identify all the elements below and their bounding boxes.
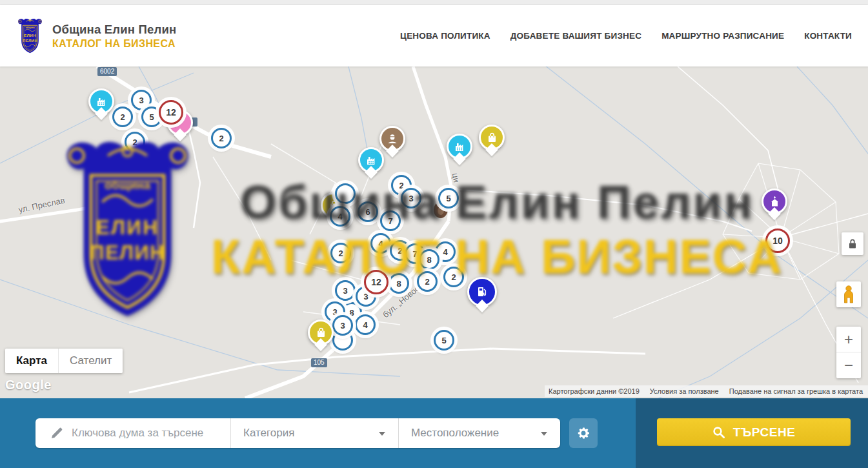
pegman-icon — [842, 285, 855, 303]
business-pin-factory[interactable] — [358, 147, 384, 173]
keyword-field-wrap — [35, 418, 230, 448]
nav-item[interactable]: ЦЕНОВА ПОЛИТИКА — [400, 31, 490, 41]
search-icon — [712, 426, 725, 438]
business-pin-church[interactable] — [762, 188, 787, 214]
map-canvas[interactable]: ул. Преславбул. „Новоселци6002105 325122… — [0, 66, 868, 398]
attribution-report-link[interactable]: Подаване на сигнал за грешка в картата — [729, 387, 863, 395]
cluster-marker[interactable]: 12 — [159, 100, 183, 125]
pencil-icon — [50, 427, 63, 440]
search-submit-button[interactable]: ТЪРСЕНЕ — [657, 418, 851, 446]
category-select[interactable]: Категория — [230, 418, 398, 448]
main-nav: ЦЕНОВА ПОЛИТИКАДОБАВЕТЕ ВАШИЯТ БИЗНЕСМАР… — [400, 31, 852, 41]
keyword-search-input[interactable] — [72, 427, 214, 440]
header: Община Елин Пелин КАТАЛОГ НА БИЗНЕСА ЦЕН… — [0, 5, 868, 66]
nav-item[interactable]: КОНТАКТИ — [804, 31, 852, 41]
cluster-marker[interactable]: 5 — [434, 330, 454, 351]
cluster-marker[interactable]: 2 — [443, 267, 464, 287]
zoom-out-button[interactable]: − — [836, 352, 861, 378]
chevron-down-icon — [379, 432, 385, 436]
zoom-in-button[interactable]: + — [836, 327, 861, 352]
business-pin-worker[interactable] — [379, 126, 405, 152]
attribution-terms-link[interactable]: Условия за ползване — [650, 387, 719, 395]
page: Община Елин Пелин КАТАЛОГ НА БИЗНЕСА ЦЕН… — [0, 0, 868, 468]
search-bar: Категория Местоположение ТЪРСЕНЕ — [0, 398, 868, 468]
map-attribution: Картографски данни ©2019 Условия за полз… — [545, 385, 868, 397]
cluster-marker[interactable]: 8 — [419, 249, 439, 270]
chevron-down-icon — [541, 432, 547, 436]
location-select-label: Местоположение — [411, 427, 499, 440]
cluster-marker[interactable]: 2 — [112, 107, 133, 127]
map-type-control: Карта Сателит — [5, 349, 123, 373]
cluster-marker[interactable]: 4 — [355, 314, 376, 335]
category-select-label: Категория — [243, 427, 294, 440]
lock-icon — [848, 238, 857, 249]
cluster-marker[interactable]: 2 — [211, 128, 232, 148]
business-pin-bag[interactable] — [308, 320, 334, 345]
cluster-marker[interactable]: 6 — [358, 201, 378, 222]
road-badge: 105 — [311, 358, 327, 367]
gear-icon — [576, 425, 591, 441]
attribution-copyright: Картографски данни ©2019 — [549, 387, 640, 395]
top-strip — [0, 0, 868, 5]
site-subtitle: КАТАЛОГ НА БИЗНЕСА — [52, 38, 176, 50]
cluster-marker[interactable]: 3 — [401, 188, 421, 209]
road-badge: 6002 — [97, 67, 117, 76]
nav-item[interactable]: МАРШРУТНО РАЗПИСАНИЕ — [661, 31, 784, 41]
pegman-control[interactable] — [836, 281, 861, 307]
nav-item[interactable]: ДОБАВЕТЕ ВАШИЯТ БИЗНЕС — [510, 31, 641, 41]
search-fields-group: Категория Местоположение — [35, 418, 560, 448]
map-type-satellite-button[interactable]: Сателит — [58, 349, 123, 373]
advanced-search-button[interactable] — [569, 418, 598, 448]
search-submit-label: ТЪРСЕНЕ — [733, 425, 796, 440]
cluster-marker[interactable]: 8 — [389, 273, 409, 294]
cluster-marker[interactable]: 12 — [364, 270, 389, 294]
business-pin-bag[interactable] — [479, 125, 505, 150]
business-pin-factory[interactable] — [88, 88, 114, 114]
cluster-marker[interactable]: 3 — [335, 280, 356, 301]
cluster-marker[interactable]: 2 — [417, 271, 438, 292]
cluster-marker[interactable]: 2 — [125, 132, 145, 152]
cluster-marker[interactable] — [335, 183, 356, 204]
cluster-marker[interactable]: 10 — [765, 229, 790, 253]
cluster-marker[interactable]: 7 — [380, 210, 401, 231]
street-label: ци — [450, 172, 461, 183]
cluster-marker[interactable]: 3 — [332, 315, 353, 336]
map-type-map-button[interactable]: Карта — [5, 349, 58, 373]
business-pin-fuel[interactable] — [467, 277, 497, 307]
cluster-marker[interactable]: 4 — [370, 233, 391, 254]
municipality-crest-icon — [16, 18, 44, 54]
site-logo[interactable]: Община Елин Пелин КАТАЛОГ НА БИЗНЕСА — [16, 18, 176, 54]
location-select[interactable]: Местоположение — [398, 418, 560, 448]
google-logo[interactable]: Google — [5, 378, 52, 392]
zoom-control: + − — [836, 327, 861, 378]
street-view-lock-button[interactable] — [842, 232, 863, 255]
cluster-marker[interactable]: 4 — [330, 206, 350, 227]
cluster-marker[interactable]: 2 — [330, 243, 351, 263]
business-pin-factory[interactable] — [447, 134, 472, 159]
site-title: Община Елин Пелин — [52, 23, 176, 37]
cluster-marker[interactable]: 5 — [438, 188, 459, 209]
